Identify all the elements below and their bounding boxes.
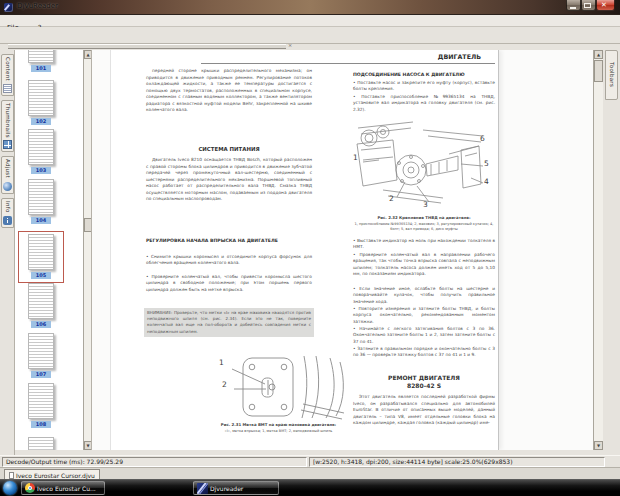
minimize-icon (570, 7, 576, 9)
tab-content[interactable]: Content (1, 54, 14, 96)
scroll-up-icon[interactable]: ▲ (594, 50, 603, 59)
figure-callout-6: 6 (480, 134, 485, 143)
bullet-item: • Если значение иное, ослабьте болты на … (353, 286, 495, 305)
section-heading: СИСТЕМА ПИТАНИЯ (146, 146, 312, 152)
flywheel-mark-figure: 1 2 (211, 356, 351, 420)
taskbar-item-label: Djvureader (210, 485, 243, 492)
tab-adjust[interactable]: Adjust (1, 156, 14, 194)
section-heading-line2: 8280-42 S (353, 382, 495, 389)
tab-info-label: Info (5, 201, 11, 213)
thumbnail-page-108[interactable]: 108 (21, 383, 61, 429)
left-tab-strip: Content Thumbnails Adjust Info (0, 50, 15, 455)
page-thumbnail (28, 179, 54, 215)
page-number-label: 107 (31, 371, 51, 378)
info-icon (3, 216, 12, 225)
engine-pump-figure: 1 2 3 4 5 6 (353, 120, 495, 213)
thumbnail-pane: 101 102 103 104 105 106 107 108 (15, 50, 92, 450)
taskbar-item-djvureader[interactable]: Djvureader (193, 481, 279, 495)
screen: DjVuReader ✕ File ? × ▾ × ▾ × TXT × zo (0, 0, 620, 496)
thumbnail-page-105-selected[interactable]: 105 (21, 234, 61, 280)
thumbnail-page-101[interactable]: 101 (21, 50, 61, 73)
figure-callout-5: 5 (484, 159, 489, 168)
page-thumbnail (28, 234, 54, 270)
chrome-icon (25, 483, 35, 493)
docked-toolbar[interactable] (8, 44, 286, 49)
thumbnails-icon (3, 140, 12, 149)
warning-note: ВНИМАНИЕ: Проверьте, что метки «I» на кр… (144, 308, 314, 337)
start-button[interactable] (3, 481, 17, 495)
flywheel-mark-drawing (211, 356, 351, 420)
section-heading: РЕМОНТ ДВИГАТЕЛЯ (353, 374, 495, 381)
bullet-item: • Проверните коленчатый вал, чтобы приве… (146, 274, 312, 293)
document-view[interactable]: передней стороне крышки распределительно… (92, 50, 593, 450)
page-number-label: 101 (31, 65, 51, 72)
subsection-heading: РЕГУЛИРОВКА НАЧАЛА ВПРЫСКА НА ДВИГАТЕЛЕ (146, 238, 296, 245)
tab-thumbnails[interactable]: Thumbnails (1, 100, 14, 152)
bullet-item: • Выставьте индикатор на ноль при нахожд… (353, 238, 495, 251)
thumbnail-page-109[interactable] (21, 437, 61, 450)
page-thumbnail (28, 283, 54, 319)
thumbnail-page-106[interactable]: 106 (21, 283, 61, 329)
thumbnail-page-107[interactable]: 107 (21, 333, 61, 379)
scroll-down-icon[interactable]: ▼ (594, 441, 603, 450)
paragraph: Двигатель Iveco 8210 оснащается ТНВД Bos… (146, 157, 312, 203)
page-header-rule (201, 63, 495, 64)
minimize-button[interactable] (566, 0, 581, 11)
title-bar[interactable]: DjVuReader (0, 0, 620, 15)
tab-content-label: Content (5, 57, 11, 81)
bullet-item: • Повторите измерения и затяните болты Т… (353, 306, 495, 325)
page-thumbnail (28, 437, 54, 450)
thumbnail-scrollbar-thumb[interactable] (84, 218, 92, 232)
figure-callout-1: 1 (353, 153, 358, 162)
subsection-heading: ПОДСОЕДИНЕНИЕ НАСОСА К ДВИГАТЕЛЮ (353, 72, 495, 77)
bullet-item: • Поставьте приспособление №99365134 на … (353, 94, 495, 113)
thumbnail-page-103[interactable]: 103 (21, 129, 61, 175)
file-tab-row: Iveco Eurostar Cursor.djvu (0, 467, 620, 479)
document-scrollbar-thumb[interactable] (594, 60, 603, 82)
figure-caption: Рис. 2.32 Крепление ТНВД на двигателе: (353, 215, 495, 221)
djvureader-icon (197, 483, 208, 494)
right-tab-strip: Toolbars (603, 50, 620, 450)
scroll-down-icon[interactable]: ▼ (84, 441, 92, 450)
tab-toolbars-label: Toolbars (609, 62, 615, 87)
figure-callout-1: 1 (219, 358, 224, 367)
page-thumbnail (28, 333, 54, 369)
status-page-info: [w:2520, h:3418, dpi:200, size:44114 byt… (309, 457, 605, 467)
chapter-header: ДВИГАТЕЛЬ (353, 53, 495, 60)
figure-caption: Рис. 2.31 Метка ВМТ на краю маховика дви… (206, 422, 351, 428)
page-number-label: 105 (31, 272, 51, 279)
document-scrollbar[interactable]: ▲ ▼ (593, 50, 603, 450)
thumbnail-page-104[interactable]: 104 (21, 179, 61, 225)
figure-callout-2: 2 (389, 194, 394, 203)
paragraph: Этот двигатель является последней разраб… (353, 394, 495, 427)
figure-callout-3: 3 (423, 200, 428, 209)
menu-bar: File ? (0, 15, 620, 27)
bullet-item: • Поставьте насос и закрепите его муфту … (353, 80, 495, 93)
maximize-icon (584, 3, 591, 8)
tab-thumbnails-label: Thumbnails (5, 103, 11, 138)
tab-toolbars[interactable]: Toolbars (605, 50, 618, 100)
window-title: DjVuReader (17, 2, 58, 10)
paragraph: передней стороне крышки распределительно… (146, 68, 312, 114)
figure-caption-detail: «I», метка впрыска; 1, метка ВМТ; 2, неп… (206, 429, 351, 434)
tab-info[interactable]: Info (1, 198, 14, 228)
thumbnail-scrollbar[interactable]: ▲ ▼ (83, 50, 92, 450)
bullet-item: • Начинайте с легкого затягивания болтов… (353, 326, 495, 345)
figure-callout-2: 2 (222, 380, 227, 389)
close-icon: ✕ (601, 1, 607, 10)
docked-toolbar-close-icon[interactable]: × (288, 43, 292, 48)
taskbar-item-browser[interactable]: Iveco Eurostar Cu... (21, 481, 105, 495)
adjust-icon (3, 182, 12, 191)
status-decode-time: Decode/Output time (ms): 72.99/25.29 (2, 457, 307, 467)
page-thumbnail (28, 80, 54, 116)
thumbnail-page-102[interactable]: 102 (21, 80, 61, 126)
app-icon (4, 3, 13, 12)
figure-caption-detail: 1, приспособление №99365134; 2, маховик;… (353, 222, 495, 232)
scroll-up-icon[interactable]: ▲ (84, 50, 92, 59)
document-page: передней стороне крышки распределительно… (110, 50, 499, 450)
page-thumbnail (28, 129, 54, 165)
page-number-label: 102 (31, 118, 51, 125)
document-icon (9, 472, 14, 479)
taskbar-item-label: Iveco Eurostar Cu... (37, 485, 96, 492)
taskbar: Iveco Eurostar Cu... e Djvureader EN 5:1… (0, 479, 620, 496)
